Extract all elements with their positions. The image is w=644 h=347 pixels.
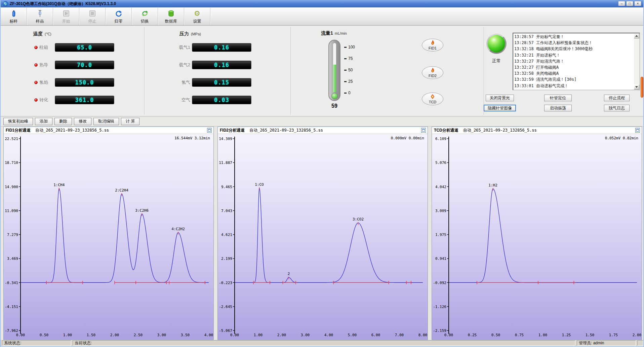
system-status-segment: 系统状态:	[2, 340, 71, 346]
chart-panel-fid2: FID2分析通道 自动_265_2021-09-23_132856_5.ss 1…	[217, 127, 428, 340]
svg-text:7.279: 7.279	[7, 233, 18, 237]
svg-text:7.043: 7.043	[221, 209, 232, 213]
svg-text:1:CO: 1:CO	[255, 182, 264, 187]
temperature-row-1: 热导70.0	[34, 61, 114, 69]
scroll-down-button[interactable]	[634, 84, 639, 90]
log-scrollbar[interactable]	[634, 33, 639, 90]
stop-icon	[88, 9, 96, 18]
svg-text:1.00: 1.00	[254, 333, 263, 337]
toolbar-button-stop[interactable]: 停止	[79, 8, 106, 25]
restore-initial-peaks-button[interactable]: 恢复初始峰	[3, 118, 33, 125]
svg-text:16.544mV 3.12min: 16.544mV 3.12min	[174, 136, 210, 140]
svg-text:6.00: 6.00	[371, 333, 380, 337]
svg-text:0.75: 0.75	[515, 333, 524, 337]
toolbar: 标样样品开始停止归零切换数据库⚙设置	[1, 7, 643, 26]
log-line: 13:32:21 开始进标气！	[514, 52, 633, 58]
title-bar: ZF-301Q色谱工作站(301Q自动（绝缘油）K528.M)V3.1.3.0 …	[1, 0, 643, 7]
toolbar-button-switch[interactable]: 切换	[132, 8, 158, 25]
hide-needle-image-button[interactable]: 隐藏针管图像	[484, 105, 516, 111]
toolbar-button-standard-sample[interactable]: 标样	[1, 8, 27, 25]
maximize-icon[interactable]	[207, 128, 212, 133]
chromatogram-plot[interactable]: 1:CO23:CO214.30911.8879.4657.0434.6212.1…	[218, 134, 428, 340]
degas-log-button[interactable]: 脱气日志	[604, 105, 630, 111]
chart-panel-tcd: TCD分析通道 自动_265_2021-09-23_132856_5.ss 1:…	[432, 127, 642, 340]
toolbar-label-settings: 设置	[193, 19, 201, 24]
edge-scroll-thumb[interactable]	[641, 77, 643, 98]
calculate-button[interactable]: 计 算	[121, 118, 139, 125]
pressure-display: 0.15	[192, 78, 251, 87]
svg-text:2.199: 2.199	[221, 256, 232, 261]
toolbar-button-zero[interactable]: 归零	[106, 8, 132, 25]
maximize-icon[interactable]	[421, 128, 426, 133]
svg-text:-0.341: -0.341	[5, 281, 18, 285]
svg-text:14.900: 14.900	[5, 185, 18, 189]
modify-button[interactable]: 修改	[74, 118, 91, 125]
chart-filename: 自动_265_2021-09-23_132856_5.ss	[35, 128, 109, 133]
log-line: 13:32:59 清洗气路完成！[30s]	[514, 76, 633, 82]
svg-text:1.50: 1.50	[87, 333, 96, 337]
svg-text:3:C2H6: 3:C2H6	[135, 208, 149, 213]
delete-button[interactable]: 删除	[54, 118, 72, 125]
needle-position-button[interactable]: 针管定位	[544, 95, 572, 101]
toolbar-button-sample[interactable]: 样品	[27, 8, 53, 25]
close-backlight-button[interactable]: 关闭背景光	[486, 95, 514, 101]
status-bar: 系统状态: 当前状态: 管理员: admin	[1, 340, 643, 346]
pressure-display: 0.03	[192, 96, 251, 104]
chart-title: TCD分析通道	[434, 128, 458, 133]
toolbar-button-database[interactable]: 数据库	[158, 8, 184, 25]
scroll-up-button[interactable]	[634, 33, 639, 38]
svg-text:1:CH4: 1:CH4	[53, 183, 65, 187]
minimize-button[interactable]: –	[618, 1, 625, 6]
svg-text:8.00: 8.00	[418, 333, 428, 337]
log-line: 13:32:18 电磁阀B关闭后缓冲！3000毫秒	[514, 46, 633, 52]
toolbar-label-sample: 样品	[36, 19, 44, 24]
detector-button-fid1[interactable]: FID1	[422, 39, 443, 51]
detector-label: TCD	[429, 100, 437, 104]
svg-text:0.50: 0.50	[40, 333, 49, 337]
event-log[interactable]: 13:28:57 开始标气定量！13:28:57 工作站进入标样预备采集状态！1…	[513, 33, 640, 90]
chromatogram-plot[interactable]: 1:H26.1095.0764.0423.0091.9750.941-0.092…	[432, 134, 642, 340]
reset-arrow-icon	[115, 9, 123, 18]
temperature-label: 转化	[39, 97, 55, 103]
toolbar-button-settings[interactable]: ⚙设置	[184, 8, 210, 25]
cancel-edit-button[interactable]: 取消编辑	[93, 118, 119, 125]
add-button[interactable]: 添加	[35, 118, 52, 125]
svg-text:2.00: 2.00	[110, 333, 119, 337]
status-light	[486, 34, 507, 54]
maximize-button[interactable]: □	[626, 1, 633, 6]
svg-text:1.00: 1.00	[538, 333, 548, 337]
detector-button-fid2[interactable]: FID2	[422, 66, 443, 79]
detector-button-tcd[interactable]: TCD	[422, 93, 443, 105]
thermometer-tube	[333, 43, 336, 92]
pressure-label: 氢气	[175, 79, 190, 85]
start-oscillation-button[interactable]: 启动振荡	[544, 105, 572, 111]
svg-text:0.00: 0.00	[230, 333, 239, 337]
svg-text:4.00: 4.00	[324, 333, 333, 337]
toolbar-label-database: 数据库	[165, 19, 177, 24]
switch-arrows-icon	[141, 9, 149, 18]
chart-header: FID2分析通道 自动_265_2021-09-23_132856_5.ss	[218, 127, 428, 134]
svg-text:7.00: 7.00	[395, 333, 404, 337]
pressure-row-1: 载气20.16	[175, 61, 251, 69]
svg-text:11.090: 11.090	[5, 209, 18, 213]
svg-text:4.621: 4.621	[221, 233, 232, 237]
resize-grip	[637, 340, 643, 346]
chart-filename: 自动_265_2021-09-23_132856_5.ss	[463, 128, 537, 133]
pressure-label: 空气	[175, 97, 190, 103]
temperature-display: 361.0	[55, 96, 114, 104]
admin-segment: 管理员: admin	[577, 340, 636, 346]
toolbar-button-start[interactable]: 开始	[53, 8, 79, 25]
app-logo-icon	[3, 1, 8, 6]
chromatogram-plot[interactable]: 1:CH42:C2H43:C2H64:C2H222.52118.71014.90…	[4, 134, 213, 340]
flow-scale-tick: 75	[344, 56, 353, 61]
flow-scale-tick: 50	[344, 67, 353, 73]
svg-text:1:H2: 1:H2	[488, 183, 497, 187]
stop-process-button[interactable]: 停止流程	[604, 95, 630, 101]
tick-dash	[344, 93, 347, 94]
pressure-row-3: 空气0.03	[175, 96, 251, 104]
close-button[interactable]: ×	[634, 1, 641, 6]
red-led-icon	[34, 46, 38, 49]
svg-text:9.465: 9.465	[221, 185, 232, 189]
syringe-icon	[36, 9, 44, 18]
maximize-icon[interactable]	[635, 128, 640, 133]
